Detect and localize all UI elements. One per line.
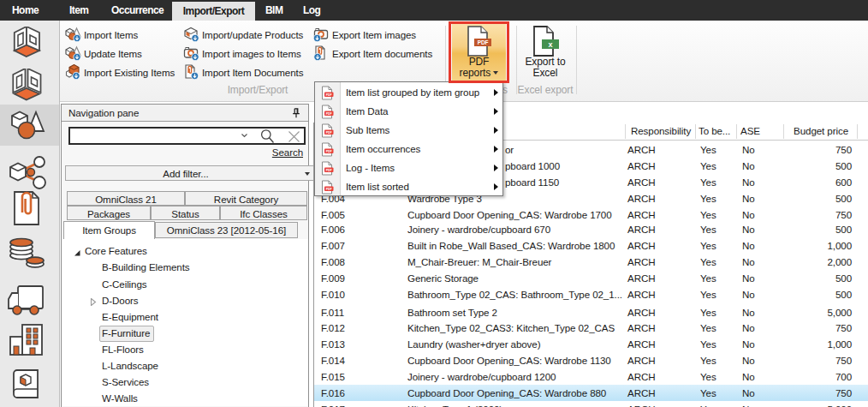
svg-text:x: x [549, 40, 553, 49]
svg-text:PDF: PDF [326, 150, 333, 153]
svg-text:PDF: PDF [326, 169, 333, 172]
svg-text:PDF: PDF [326, 112, 333, 116]
svg-text:PDF: PDF [326, 131, 333, 135]
svg-text:PDF: PDF [326, 188, 333, 191]
svg-text:PDF: PDF [326, 93, 333, 97]
